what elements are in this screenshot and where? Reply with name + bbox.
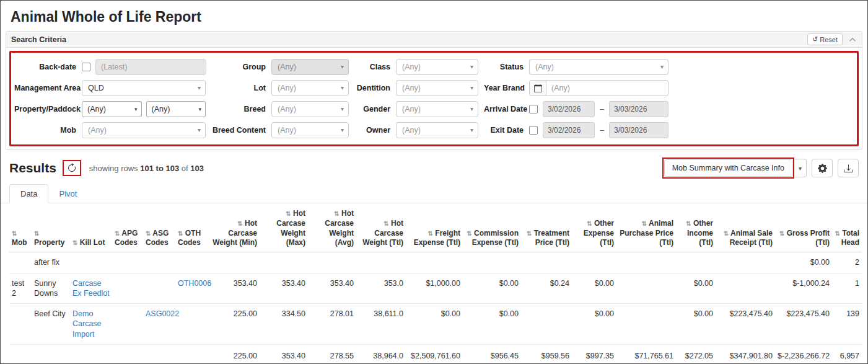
- sort-icon[interactable]: ⇅: [384, 220, 388, 227]
- sort-icon[interactable]: ⇅: [178, 230, 183, 237]
- reset-button[interactable]: ↺ Reset: [807, 33, 843, 45]
- sort-icon[interactable]: ⇅: [12, 230, 17, 237]
- chevron-down-icon: ▾: [198, 106, 201, 112]
- column-header[interactable]: ⇅ Freight Expense (Ttl): [406, 207, 463, 252]
- collapse-panel-button[interactable]: [848, 36, 857, 43]
- back-date-label: Back-date: [14, 63, 76, 71]
- showing-of: of: [182, 164, 188, 173]
- back-date-input: [95, 59, 206, 75]
- chevron-down-icon: ▾: [470, 84, 473, 91]
- column-header[interactable]: ⇅ OTH Codes: [175, 207, 210, 252]
- sort-icon[interactable]: ⇅: [115, 230, 120, 237]
- owner-select[interactable]: (Any) ▾: [396, 122, 478, 138]
- calendar-button[interactable]: [529, 80, 546, 96]
- cell-link[interactable]: ASG0022: [143, 304, 175, 345]
- column-header[interactable]: ⇅ Other Expense (Ttl): [572, 207, 616, 252]
- column-header[interactable]: ⇅ Other Income (Ttl): [676, 207, 716, 252]
- sort-icon[interactable]: ⇅: [237, 220, 242, 227]
- exit-date-checkbox[interactable]: [529, 126, 538, 135]
- sort-icon[interactable]: ⇅: [72, 239, 77, 246]
- column-header[interactable]: ⇅ Animal Sale Receipt (Ttl): [716, 207, 775, 252]
- breed-label: Breed: [211, 105, 266, 113]
- showing-prefix: showing rows: [89, 164, 138, 173]
- exit-date-to-input: [609, 122, 669, 138]
- total-cell: $-2,236,266.72: [775, 344, 832, 364]
- sort-icon[interactable]: ⇅: [724, 230, 729, 237]
- breed-content-select[interactable]: (Any) ▾: [271, 122, 349, 138]
- table-cell: [9, 304, 32, 345]
- management-area-select[interactable]: QLD ▾: [82, 80, 206, 96]
- table-cell: Beef City: [32, 304, 70, 345]
- cell-link[interactable]: OTH0006: [175, 273, 210, 304]
- dentition-select[interactable]: (Any) ▾: [396, 80, 478, 96]
- column-header[interactable]: ⇅ Hot Carcase Weight (Min): [210, 207, 260, 252]
- gender-select[interactable]: (Any) ▾: [396, 101, 478, 117]
- tab-data[interactable]: Data: [9, 184, 48, 203]
- table-cell: $1,000.00: [406, 273, 463, 304]
- lot-value: (Any): [278, 84, 296, 92]
- sort-icon[interactable]: ⇅: [779, 230, 784, 237]
- tab-pivot[interactable]: Pivot: [48, 185, 87, 203]
- table-cell: [716, 252, 775, 273]
- table-cell: $223,475.40: [716, 304, 775, 345]
- column-header[interactable]: ⇅ Treatment Price (Ttl): [521, 207, 572, 252]
- sort-icon[interactable]: ⇅: [686, 220, 691, 227]
- table-cell: [356, 252, 406, 273]
- mob-select[interactable]: (Any) ▾: [82, 122, 206, 138]
- column-header[interactable]: ⇅ Hot Carcase Weight (Max): [260, 207, 308, 252]
- column-header[interactable]: ⇅ Gross Profit (Ttl): [775, 207, 832, 252]
- arrival-date-checkbox[interactable]: [529, 105, 538, 113]
- lot-select[interactable]: (Any) ▾: [271, 80, 349, 96]
- column-header[interactable]: ⇅ Hot Carcase Weight (Ttl): [356, 207, 406, 252]
- column-header[interactable]: ⇅ Property: [32, 207, 70, 252]
- gender-label: Gender: [354, 105, 390, 113]
- breed-select[interactable]: (Any) ▾: [271, 101, 349, 117]
- sort-icon[interactable]: ⇅: [587, 220, 592, 227]
- class-select[interactable]: (Any) ▾: [396, 59, 478, 75]
- sort-icon[interactable]: ⇅: [34, 230, 39, 237]
- column-header[interactable]: ⇅ Kill Lot: [70, 207, 112, 252]
- total-cell: [32, 344, 70, 364]
- total-cell: 38,964.0: [356, 344, 406, 364]
- exit-date-field: –: [529, 122, 669, 138]
- download-button[interactable]: [838, 159, 859, 177]
- sort-icon[interactable]: ⇅: [642, 220, 647, 227]
- sort-icon[interactable]: ⇅: [467, 230, 471, 237]
- column-header[interactable]: ⇅ Hot Carcase Weight (Avg): [308, 207, 356, 252]
- sort-icon[interactable]: ⇅: [527, 230, 532, 237]
- lot-label: Lot: [211, 84, 266, 92]
- sort-icon[interactable]: ⇅: [286, 210, 291, 217]
- view-selector-highlight: Mob Summary with Carcase Info: [662, 158, 794, 179]
- column-header[interactable]: ⇅ ASG Codes: [143, 207, 175, 252]
- paddock-select[interactable]: (Any) ▾: [146, 101, 206, 117]
- column-header[interactable]: ⇅ Mob: [9, 207, 32, 252]
- sort-icon[interactable]: ⇅: [835, 230, 840, 237]
- sort-icon[interactable]: ⇅: [146, 230, 151, 237]
- view-selector-button[interactable]: Mob Summary with Carcase Info: [664, 159, 792, 177]
- date-range-dash: –: [600, 126, 604, 135]
- settings-button[interactable]: [812, 159, 833, 177]
- total-cell: $959.56: [521, 344, 572, 364]
- column-header[interactable]: ⇅ Animal Purchase Price (Ttl): [616, 207, 676, 252]
- table-cell: [521, 252, 572, 273]
- refresh-button[interactable]: [67, 163, 77, 173]
- property-select[interactable]: (Any) ▾: [82, 101, 142, 117]
- column-header[interactable]: ⇅ Commission Expense (Ttl): [463, 207, 521, 252]
- cell-link[interactable]: Demo Carcase Import: [70, 304, 112, 345]
- view-selector-caret-button[interactable]: ▾: [794, 159, 807, 177]
- chevron-down-icon: ▾: [341, 63, 344, 70]
- column-header[interactable]: ⇅ Total Head: [832, 207, 862, 252]
- year-brand-label: Year Brand: [484, 84, 524, 92]
- status-select[interactable]: (Any) ▾: [529, 59, 669, 75]
- year-brand-input[interactable]: [546, 80, 669, 96]
- table-cell: [308, 252, 356, 273]
- chevron-down-icon: ▾: [198, 127, 201, 133]
- sort-icon[interactable]: ⇅: [334, 210, 339, 217]
- group-label: Group: [211, 63, 266, 71]
- table-cell: [112, 304, 143, 345]
- cell-link[interactable]: Carcase Ex Feedlot: [70, 273, 112, 304]
- chevron-down-icon: ▾: [134, 106, 138, 112]
- back-date-checkbox[interactable]: [82, 63, 90, 71]
- column-header[interactable]: ⇅ APG Codes: [112, 207, 143, 252]
- sort-icon[interactable]: ⇅: [428, 230, 433, 237]
